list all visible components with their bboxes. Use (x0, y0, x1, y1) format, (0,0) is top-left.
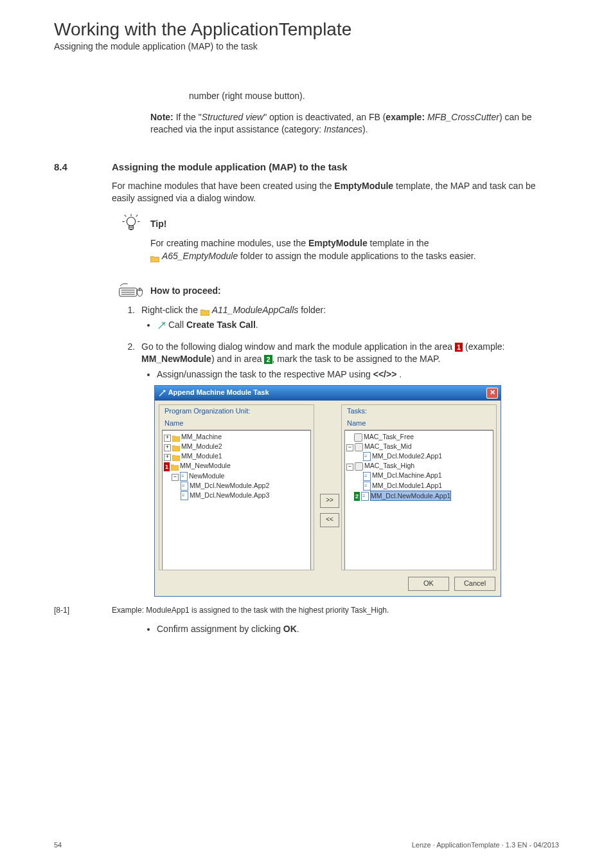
svg-point-0 (127, 217, 136, 226)
page-number: 54 (54, 841, 62, 849)
callout-badge-2: 2 (264, 355, 272, 364)
svg-line-4 (125, 215, 127, 217)
unassign-button[interactable]: << (320, 513, 339, 527)
section-number: 8.4 (54, 161, 112, 172)
svg-line-5 (136, 215, 138, 217)
step-1-sub: Call Create Task Call. (157, 319, 559, 332)
folder-icon (200, 307, 209, 314)
folder-icon (150, 253, 159, 260)
column-name: Name (164, 419, 183, 428)
ok-button[interactable]: OK (408, 577, 449, 591)
figure-caption: Example: ModuleApp1 is assigned to the t… (112, 606, 389, 615)
svg-line-19 (164, 325, 165, 325)
callout-2-marker: 2 (354, 492, 360, 501)
tasks-panel: Tasks: Name MAC_Task_Free −MAC_Task_Mid … (341, 404, 497, 570)
dialog-window: Append Machine Module Task ✕ Program Org… (154, 385, 501, 597)
dialog-titlebar: Append Machine Module Task ✕ (155, 386, 501, 401)
footer-doc-info: Lenze · ApplicationTemplate · 1.3 EN - 0… (412, 841, 559, 849)
lightbulb-icon (112, 213, 150, 235)
pou-tree[interactable]: +MM_Machine +MM_Module2 +MM_Module1 1MM_… (162, 430, 311, 570)
callout-badge-1: 1 (455, 343, 463, 352)
assign-button[interactable]: >> (320, 494, 339, 508)
pou-panel: Program Organization Unit: Name +MM_Mach… (159, 404, 314, 570)
tasks-legend: Tasks: (347, 406, 493, 416)
wand-icon (157, 389, 166, 398)
svg-point-22 (164, 390, 165, 392)
section-intro: For machine modules that have been creat… (112, 180, 559, 204)
svg-line-20 (164, 322, 165, 323)
svg-point-17 (163, 323, 164, 324)
cancel-button[interactable]: Cancel (454, 577, 495, 591)
step-2-sub-confirm: Confirm assignment by clicking OK. (157, 624, 559, 634)
svg-line-21 (159, 391, 164, 396)
page-subtitle: Assigning the module application (MAP) t… (54, 41, 559, 51)
figure-number: [8-1] (54, 606, 112, 615)
step-2-sub-assign: Assign/unassign the task to the respecti… (157, 368, 559, 381)
column-name: Name (347, 419, 366, 428)
note-paragraph: Note: If the "Structured view" option is… (150, 111, 559, 136)
pou-legend: Program Organization Unit: (164, 406, 311, 416)
howto-label: How to proceed: (150, 285, 221, 296)
close-button[interactable]: ✕ (486, 388, 498, 399)
step-2: Go to the following dialog window and ma… (138, 341, 559, 597)
page-title: Working with the ApplicationTemplate (54, 19, 559, 40)
step-1: Right-click the A11_ModuleAppCalls folde… (138, 304, 559, 332)
tip-text: For creating machine modules, use the Em… (150, 237, 559, 262)
tasks-tree[interactable]: MAC_Task_Free −MAC_Task_Mid MM_Dcl.Modul… (344, 430, 493, 570)
dialog-title: Append Machine Module Task (168, 388, 269, 396)
callout-1-marker: 1 (164, 462, 170, 471)
continuation-line: number (right mouse button). (189, 90, 559, 102)
wand-icon (157, 321, 166, 330)
tip-label: Tip! (150, 219, 166, 229)
svg-line-18 (162, 322, 163, 323)
svg-line-16 (159, 323, 164, 329)
keyboard-mouse-icon (112, 282, 150, 299)
divider: _ _ _ _ _ _ _ _ _ _ _ _ _ _ _ _ _ _ _ _ … (54, 62, 559, 72)
section-title: Assigning the module application (MAP) t… (112, 161, 348, 172)
